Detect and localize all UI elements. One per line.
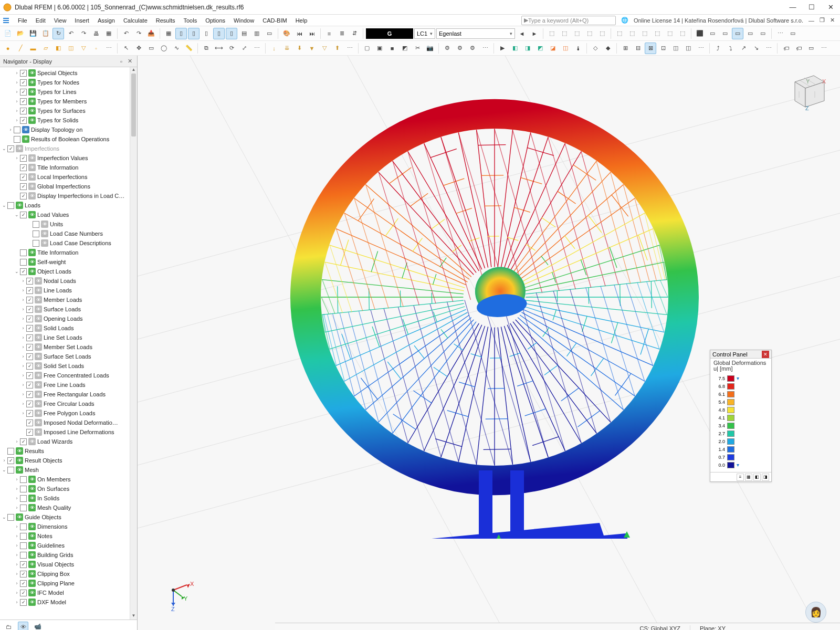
- maximize-button[interactable]: ☐: [802, 0, 821, 15]
- layout-icon[interactable]: ▦: [103, 28, 114, 39]
- expand-icon[interactable]: ›: [20, 373, 26, 378]
- tree-checkbox[interactable]: [33, 230, 39, 237]
- expand-icon[interactable]: ›: [20, 411, 26, 416]
- panel4-icon[interactable]: ▯: [213, 28, 225, 39]
- visibility-icon[interactable]: 👁: [35, 419, 42, 426]
- tree-item[interactable]: 👁Local Imperfections: [0, 172, 137, 182]
- cfg7-icon[interactable]: ⬚: [626, 28, 638, 39]
- tree-checkbox[interactable]: [20, 486, 27, 492]
- file-menu-icon[interactable]: [2, 16, 10, 25]
- tree-checkbox[interactable]: [14, 127, 20, 133]
- lc-prev-icon[interactable]: ◄: [516, 28, 528, 39]
- visibility-icon[interactable]: 👁: [35, 362, 42, 370]
- tree-item[interactable]: ⌄👁Guide Objects: [0, 512, 137, 522]
- tree-checkbox[interactable]: [20, 108, 27, 114]
- tree-checkbox[interactable]: [20, 164, 27, 171]
- tree-item[interactable]: ›👁Result Objects: [0, 456, 137, 465]
- navigation-cube[interactable]: Y X Z: [784, 66, 831, 112]
- menu-tools[interactable]: Tools: [179, 16, 201, 25]
- clip-icon[interactable]: ✂: [412, 43, 423, 54]
- load-l-icon[interactable]: ⇊: [281, 43, 292, 54]
- view4-icon[interactable]: ▭: [744, 28, 756, 39]
- expand-icon[interactable]: ›: [14, 505, 20, 510]
- tree-item[interactable]: 👁Global Imperfections: [0, 182, 137, 191]
- table2-icon[interactable]: ▥: [251, 28, 262, 39]
- visibility-icon[interactable]: 👁: [28, 183, 36, 190]
- visibility-icon[interactable]: 👁: [16, 466, 23, 474]
- tag2-icon[interactable]: 🏷: [793, 43, 804, 54]
- menu-calculate[interactable]: Calculate: [119, 16, 152, 25]
- tree-checkbox[interactable]: [20, 590, 27, 596]
- tree-item[interactable]: ›👁IFC Model: [0, 588, 137, 597]
- res4-icon[interactable]: ◪: [547, 43, 559, 54]
- collapse-icon[interactable]: ⌄: [1, 514, 7, 520]
- tree-item[interactable]: ›👁Solid Loads: [0, 323, 137, 333]
- res3-icon[interactable]: ◩: [534, 43, 546, 54]
- tree-checkbox[interactable]: [20, 438, 27, 445]
- cfg4-icon[interactable]: ⬚: [584, 28, 595, 39]
- tree-item[interactable]: 👁Load Case Descriptions: [0, 238, 137, 248]
- tree-checkbox[interactable]: [7, 448, 14, 455]
- table-icon[interactable]: ▤: [238, 28, 250, 39]
- tree-item[interactable]: 👁Self-weight: [0, 257, 137, 267]
- tree-item[interactable]: ›👁Clipping Box: [0, 569, 137, 579]
- more7-icon[interactable]: ⋯: [818, 43, 830, 54]
- tree-item[interactable]: 👁Imposed Nodal Deformatio…: [0, 418, 137, 427]
- tree-item[interactable]: ›👁Imperfection Values: [0, 153, 137, 163]
- tree-checkbox[interactable]: [20, 155, 27, 162]
- control-panel-header[interactable]: Control Panel ✕: [710, 350, 771, 359]
- tree-item[interactable]: ›👁Free Line Loads: [0, 380, 137, 390]
- cfg9-icon[interactable]: ⬚: [652, 28, 663, 39]
- visibility-icon[interactable]: 👁: [16, 447, 23, 455]
- wire-icon[interactable]: ▢: [361, 43, 373, 54]
- tree-item[interactable]: ›👁Opening Loads: [0, 314, 137, 323]
- visibility-icon[interactable]: 👁: [35, 334, 42, 341]
- visibility-icon[interactable]: 👁: [28, 88, 36, 96]
- align2-icon[interactable]: ≣: [336, 28, 348, 39]
- member-icon[interactable]: ▬: [27, 43, 39, 54]
- palette-icon[interactable]: 🎨: [281, 28, 292, 39]
- legend-tool1-icon[interactable]: ≡: [737, 474, 744, 481]
- visibility-icon[interactable]: 👁: [16, 202, 23, 209]
- tree-item[interactable]: ›👁Free Circular Loads: [0, 399, 137, 408]
- tree-checkbox[interactable]: [7, 514, 14, 521]
- tree-item[interactable]: ›👁Solid Set Loads: [0, 361, 137, 371]
- visibility-icon[interactable]: 👁: [35, 372, 42, 379]
- tree-checkbox[interactable]: [26, 401, 33, 407]
- collapse-icon[interactable]: ⌄: [14, 269, 20, 274]
- expand-icon[interactable]: ›: [14, 562, 20, 567]
- visibility-icon[interactable]: 👁: [28, 504, 36, 511]
- view-x-icon[interactable]: ▭: [707, 28, 718, 39]
- expand-icon[interactable]: ›: [20, 326, 26, 331]
- print-icon[interactable]: 🖶: [90, 28, 102, 39]
- tree-checkbox[interactable]: [20, 580, 27, 587]
- trans-icon[interactable]: ◩: [399, 43, 411, 54]
- expand-icon[interactable]: ›: [20, 344, 26, 350]
- collapse-icon[interactable]: ⌄: [1, 203, 7, 208]
- panel-close-icon[interactable]: ✕: [125, 57, 134, 66]
- close-button[interactable]: ✕: [821, 0, 840, 15]
- refresh-icon[interactable]: ↻: [52, 28, 64, 39]
- expand-icon[interactable]: ›: [14, 439, 20, 444]
- tree-checkbox[interactable]: [14, 136, 20, 143]
- expand-icon[interactable]: ›: [20, 307, 26, 312]
- visibility-icon[interactable]: 👁: [28, 532, 36, 540]
- sort-icon[interactable]: ⇵: [349, 28, 360, 39]
- menu-assign[interactable]: Assign: [93, 16, 119, 25]
- tree-item[interactable]: 👁Load Case Numbers: [0, 229, 137, 238]
- control-panel[interactable]: Control Panel ✕ Global Deformations u| […: [710, 350, 772, 482]
- expand-icon[interactable]: ›: [20, 278, 26, 284]
- panel5-icon[interactable]: ▯: [226, 28, 237, 39]
- menu-edit[interactable]: Edit: [32, 16, 50, 25]
- expand-icon[interactable]: ›: [14, 524, 20, 529]
- visibility-icon[interactable]: 👁: [35, 410, 42, 417]
- tree-checkbox[interactable]: [20, 212, 27, 218]
- visibility-icon[interactable]: 👁: [28, 438, 36, 445]
- filter1-icon[interactable]: ⚙: [442, 43, 453, 54]
- tree-checkbox[interactable]: [7, 457, 14, 464]
- collapse-icon[interactable]: ⌄: [1, 467, 7, 472]
- tree-item[interactable]: ›👁Line Loads: [0, 286, 137, 295]
- expand-icon[interactable]: ›: [14, 118, 20, 123]
- grid-icon[interactable]: ▦: [163, 28, 174, 39]
- tree-checkbox[interactable]: [20, 552, 27, 559]
